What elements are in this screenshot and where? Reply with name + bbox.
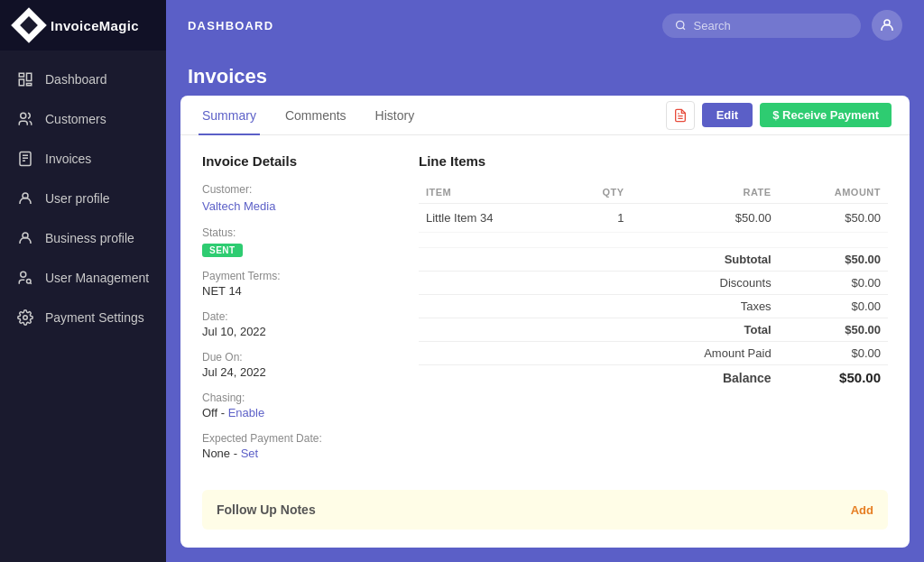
chasing-enable-link[interactable]: Enable	[228, 406, 264, 419]
receive-payment-button[interactable]: $ Receive Payment	[760, 103, 892, 127]
balance-row: Balance $50.00	[419, 365, 888, 391]
main-area: DASHBOARD Invoices Summary Comments Hist…	[166, 0, 924, 562]
search-bar[interactable]	[662, 14, 861, 38]
due-on-label: Due On:	[202, 351, 383, 364]
dashboard-icon	[16, 70, 34, 88]
tab-summary[interactable]: Summary	[199, 96, 260, 135]
follow-up-notes: Follow Up Notes Add	[202, 490, 888, 530]
balance-value: $50.00	[779, 365, 888, 391]
status-label: Status:	[202, 226, 383, 239]
total-value: $50.00	[779, 318, 888, 342]
sidebar-item-business-profile[interactable]: Business profile	[0, 218, 166, 258]
app-name: InvoiceMagic	[51, 18, 139, 33]
amount-paid-value: $0.00	[779, 342, 888, 365]
sidebar-item-payment-settings[interactable]: Payment Settings	[0, 298, 166, 337]
sidebar: InvoiceMagic Dashboard Customers Invoice…	[0, 0, 166, 562]
expected-payment-set-link[interactable]: Set	[241, 447, 259, 460]
page-title: Invoices	[188, 65, 902, 88]
sidebar-item-payment-settings-label: Payment Settings	[45, 310, 144, 325]
subtotal-row: Subtotal $50.00	[419, 248, 888, 272]
line-item-qty: 1	[566, 204, 631, 233]
total-row: Total $50.00	[419, 318, 888, 342]
svg-rect-1	[27, 73, 32, 80]
discounts-value: $0.00	[779, 272, 888, 295]
sidebar-item-customers-label: Customers	[45, 112, 106, 126]
chasing-field: Chasing: Off - Enable	[202, 392, 383, 419]
svg-point-13	[23, 316, 28, 320]
date-value: Jul 10, 2022	[202, 325, 383, 338]
sidebar-item-user-profile-label: User profile	[45, 191, 110, 206]
card-body: Invoice Details Customer: Valtech Media …	[180, 135, 910, 490]
subtotal-value: $50.00	[779, 248, 888, 272]
date-field: Date: Jul 10, 2022	[202, 310, 383, 338]
sidebar-item-invoices-label: Invoices	[45, 152, 91, 166]
invoice-card: Summary Comments History Edit $ Receive …	[180, 96, 910, 548]
search-input[interactable]	[694, 19, 849, 32]
customer-field: Customer: Valtech Media	[202, 183, 383, 214]
chasing-label: Chasing:	[202, 392, 383, 404]
sidebar-item-user-management[interactable]: User Management	[0, 258, 166, 298]
business-icon	[16, 229, 34, 247]
col-amount: AMOUNT	[779, 181, 888, 204]
sidebar-item-user-profile[interactable]: User profile	[0, 179, 166, 218]
col-rate: RATE	[632, 181, 779, 204]
svg-point-4	[21, 113, 26, 118]
amount-paid-row: Amount Paid $0.00	[419, 342, 888, 365]
expected-payment-field: Expected Payment Date: None - Set	[202, 432, 383, 460]
svg-point-14	[677, 21, 684, 28]
content-area: Invoices Summary Comments History Edit $…	[166, 51, 924, 562]
status-badge: SENT	[202, 244, 243, 257]
sidebar-item-customers[interactable]: Customers	[0, 99, 166, 139]
payment-terms-label: Payment Terms:	[202, 270, 383, 282]
customers-icon	[16, 110, 34, 128]
customer-label: Customer:	[202, 183, 383, 196]
line-items-title: Line Items	[419, 153, 888, 169]
pdf-icon	[673, 108, 688, 123]
discounts-row: Discounts $0.00	[419, 272, 888, 295]
follow-up-add-button[interactable]: Add	[851, 503, 873, 517]
header-right	[662, 10, 902, 41]
edit-button[interactable]: Edit	[702, 103, 753, 127]
due-on-value: Jul 24, 2022	[202, 365, 383, 379]
header: DASHBOARD	[166, 0, 924, 51]
tab-comments[interactable]: Comments	[282, 96, 350, 135]
avatar[interactable]	[872, 10, 902, 41]
amount-paid-label: Amount Paid	[632, 342, 779, 365]
management-icon	[16, 269, 34, 287]
payment-terms-field: Payment Terms: NET 14	[202, 270, 383, 298]
sidebar-item-dashboard-label: Dashboard	[45, 72, 107, 87]
follow-up-title: Follow Up Notes	[217, 502, 316, 517]
expected-payment-label: Expected Payment Date:	[202, 432, 383, 445]
header-title: DASHBOARD	[188, 19, 273, 32]
logo: InvoiceMagic	[0, 0, 166, 51]
total-label: Total	[632, 318, 779, 342]
taxes-value: $0.00	[779, 295, 888, 318]
customer-value[interactable]: Valtech Media	[202, 199, 275, 213]
status-field: Status: SENT	[202, 226, 383, 257]
pdf-button[interactable]	[666, 101, 695, 130]
svg-point-11	[21, 272, 26, 277]
settings-icon	[16, 309, 34, 327]
sidebar-item-invoices[interactable]: Invoices	[0, 139, 166, 179]
line-items-table: ITEM QTY RATE AMOUNT Little Item 34 1 $5…	[419, 181, 888, 390]
content-header: Invoices	[166, 51, 924, 96]
taxes-row: Taxes $0.00	[419, 295, 888, 318]
invoice-details-title: Invoice Details	[202, 153, 383, 169]
svg-line-15	[683, 27, 685, 29]
sidebar-item-user-management-label: User Management	[45, 271, 149, 285]
expected-payment-value: None - Set	[202, 447, 383, 460]
balance-label: Balance	[632, 365, 779, 391]
due-on-field: Due On: Jul 24, 2022	[202, 351, 383, 379]
search-icon	[675, 19, 687, 32]
sidebar-item-business-profile-label: Business profile	[45, 231, 134, 245]
tab-history[interactable]: History	[372, 96, 419, 135]
sidebar-nav: Dashboard Customers Invoices User profil…	[0, 51, 166, 562]
date-label: Date:	[202, 310, 383, 323]
sidebar-item-dashboard[interactable]: Dashboard	[0, 60, 166, 99]
card-tabs: Summary Comments History Edit $ Receive …	[180, 96, 910, 135]
line-item-rate: $50.00	[632, 204, 779, 233]
svg-rect-2	[19, 79, 23, 86]
subtotal-label: Subtotal	[632, 248, 779, 272]
line-item-row: Little Item 34 1 $50.00 $50.00	[419, 204, 888, 233]
tab-actions: Edit $ Receive Payment	[666, 101, 892, 130]
